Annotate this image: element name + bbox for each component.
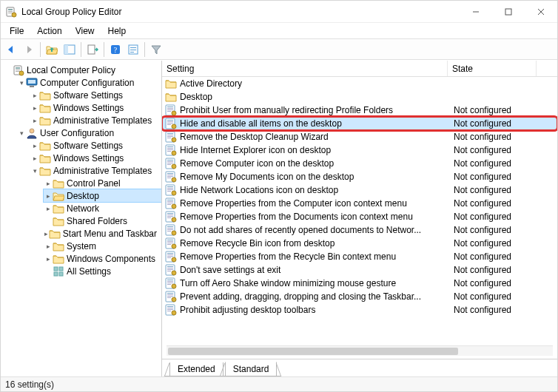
window-close-button[interactable] [525, 1, 557, 23]
expand-icon[interactable]: ▾ [17, 129, 26, 137]
list-row[interactable]: Remove Properties from the Computer icon… [162, 197, 557, 210]
tree-label: Network [67, 203, 99, 214]
row-setting-label: Remove Properties from the Computer icon… [180, 198, 449, 209]
export-list-button[interactable] [84, 41, 101, 58]
menu-file[interactable]: File [4, 24, 30, 38]
expand-icon[interactable]: ▸ [44, 205, 53, 212]
window-maximize-button[interactable] [492, 1, 525, 23]
show-hide-tree-button[interactable] [61, 41, 78, 58]
tree-label: All Settings [67, 266, 111, 277]
tree-label: Software Settings [53, 90, 123, 101]
setting-icon [165, 104, 177, 116]
list-row[interactable]: Hide Network Locations icon on desktopNo… [162, 183, 557, 197]
horizontal-scrollbar[interactable] [167, 345, 553, 356]
list-row[interactable]: Remove Computer icon on the desktopNot c… [162, 157, 557, 170]
folder-icon [53, 253, 64, 265]
list-row[interactable]: Prevent adding, dragging, dropping and c… [162, 290, 557, 303]
expand-icon[interactable]: ▾ [30, 167, 39, 175]
tree-all-settings[interactable]: All Settings [44, 265, 161, 277]
menu-action[interactable]: Action [31, 24, 67, 38]
menu-help[interactable]: Help [102, 24, 132, 38]
scrollbar-thumb[interactable] [168, 348, 458, 355]
list-row[interactable]: Remove Recycle Bin icon from desktopNot … [162, 237, 557, 250]
row-setting-label: Prevent adding, dragging, dropping and c… [180, 291, 449, 302]
tree-windows-components[interactable]: ▸ Windows Components [44, 252, 161, 265]
properties-button[interactable] [125, 41, 141, 58]
tree-label: Software Settings [53, 141, 123, 151]
svg-rect-21 [64, 45, 68, 54]
tree-network[interactable]: ▸ Network [44, 202, 161, 214]
row-setting-label: Hide and disable all items on the deskto… [180, 118, 449, 129]
column-header-setting[interactable]: Setting [162, 61, 448, 76]
list-row[interactable]: Remove My Documents icon on the desktopN… [162, 170, 557, 183]
folder-icon [39, 165, 51, 177]
list-row[interactable]: Prohibit adjusting desktop toolbarsNot c… [162, 303, 557, 317]
menubar: File Action View Help [1, 23, 557, 39]
expand-icon[interactable]: ▸ [44, 180, 53, 187]
tree-shared-folders[interactable]: Shared Folders [44, 214, 161, 227]
tree-pane[interactable]: Local Computer Policy ▾ Computer Configu… [1, 61, 162, 376]
tree-start-menu-taskbar[interactable]: ▸ Start Menu and Taskbar [44, 227, 161, 240]
filter-button[interactable] [148, 41, 164, 58]
svg-rect-28 [130, 52, 134, 53]
expand-icon[interactable]: ▸ [44, 255, 53, 263]
tree-uc-software-settings[interactable]: ▸ Software Settings [30, 139, 161, 152]
list-row[interactable]: Hide Internet Explorer icon on desktopNo… [162, 143, 557, 157]
list-row[interactable]: Remove Properties from the Documents ico… [162, 210, 557, 223]
expand-icon[interactable]: ▸ [30, 117, 39, 124]
column-header-state[interactable]: State [448, 61, 537, 76]
expand-icon[interactable]: ▸ [44, 243, 53, 250]
list-row[interactable]: Active Directory [162, 77, 557, 90]
expand-icon[interactable]: ▸ [30, 155, 39, 162]
list-row[interactable]: Prohibit User from manually redirecting … [162, 104, 557, 117]
list-row[interactable]: Hide and disable all items on the deskto… [162, 117, 557, 130]
expand-icon[interactable]: ▸ [30, 104, 39, 112]
tree-label: Windows Settings [53, 103, 124, 113]
setting-icon [165, 197, 177, 209]
tab-standard[interactable]: Standard [225, 362, 278, 376]
list-row[interactable]: Don't save settings at exitNot configure… [162, 263, 557, 277]
tree-user-configuration[interactable]: ▾ User Configuration [17, 126, 161, 139]
expand-icon[interactable]: ▸ [44, 230, 49, 237]
list-row[interactable]: Do not add shares of recently opened doc… [162, 223, 557, 237]
list-row[interactable]: Desktop [162, 90, 557, 104]
tree-label: Shared Folders [67, 216, 127, 226]
tree-control-panel[interactable]: ▸ Control Panel [44, 177, 161, 189]
nav-back-button[interactable] [3, 41, 19, 58]
menu-view[interactable]: View [70, 24, 101, 38]
list-row[interactable]: Turn off Aero Shake window minimizing mo… [162, 277, 557, 290]
setting-icon [165, 264, 177, 276]
row-state-label: Not configured [449, 158, 511, 169]
list-row[interactable]: Remove the Desktop Cleanup WizardNot con… [162, 130, 557, 143]
expand-icon[interactable]: ▸ [30, 142, 39, 149]
tree-uc-admin-templates[interactable]: ▾ Administrative Templates [30, 164, 161, 177]
help-button[interactable]: ? [107, 41, 124, 58]
nav-forward-button[interactable] [21, 41, 37, 58]
tree-uc-windows-settings[interactable]: ▸ Windows Settings [30, 152, 161, 164]
tree-desktop[interactable]: ▸ Desktop [44, 189, 161, 202]
row-state-label: Not configured [449, 118, 511, 129]
tree-root[interactable]: Local Computer Policy [4, 64, 161, 76]
folder-icon [39, 152, 51, 164]
setting-icon [165, 184, 177, 196]
row-setting-label: Remove Computer icon on the desktop [180, 158, 449, 169]
folder-icon [49, 228, 61, 240]
list-rows[interactable]: Active DirectoryDesktopProhibit User fro… [162, 77, 557, 345]
window-minimize-button[interactable] [460, 1, 492, 23]
up-one-level-button[interactable] [44, 41, 60, 58]
tab-extended[interactable]: Extended [169, 362, 223, 376]
expand-icon[interactable]: ▸ [44, 192, 53, 200]
setting-icon [165, 224, 177, 236]
expand-icon[interactable]: ▾ [17, 79, 26, 87]
tree-cc-windows-settings[interactable]: ▸ Windows Settings [30, 101, 161, 114]
row-setting-label: Desktop [180, 92, 449, 102]
all-settings-icon [53, 266, 64, 277]
tree-computer-configuration[interactable]: ▾ Computer Configuration [17, 76, 161, 89]
tree-system[interactable]: ▸ System [44, 240, 161, 252]
setting-icon [165, 237, 177, 249]
tree-cc-admin-templates[interactable]: ▸ Administrative Templates [30, 114, 161, 126]
expand-icon[interactable]: ▸ [30, 92, 39, 99]
row-setting-label: Prohibit adjusting desktop toolbars [180, 305, 449, 315]
list-row[interactable]: Remove Properties from the Recycle Bin c… [162, 250, 557, 263]
tree-cc-software-settings[interactable]: ▸ Software Settings [30, 89, 161, 101]
